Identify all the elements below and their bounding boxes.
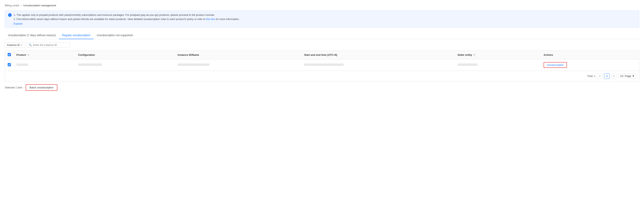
col-time-header: Start and end time (UTC+8): [302, 51, 455, 59]
page-size-arrow-icon: ▼: [632, 74, 634, 78]
col-seller-header: Seller entity ▽: [455, 51, 541, 59]
selected-label: Selected 1 item: [5, 86, 22, 89]
current-page-button[interactable]: 1: [604, 73, 610, 79]
info-icon: i: [8, 13, 12, 17]
row-checkbox[interactable]: [8, 63, 11, 66]
row-instance-cell: [175, 59, 302, 70]
col-config-header: Configuration: [75, 51, 175, 59]
tabs-container: Unsubscription (7 days without reason) R…: [5, 32, 639, 39]
this-doc-link[interactable]: this doc: [206, 18, 215, 20]
seller-skeleton: [458, 64, 477, 66]
instance-skeleton: [178, 64, 209, 66]
instance-id-dropdown[interactable]: Instance ID ▼: [5, 42, 25, 48]
col-product-header: Product ▽: [14, 51, 75, 59]
product-skeleton: [16, 64, 28, 66]
prev-page-button[interactable]: <: [597, 73, 602, 79]
row-config-cell: [75, 59, 175, 70]
table-wrapper: Product ▽ Configuration Instance ID/Name…: [5, 50, 639, 82]
info-box: i 1. This applies only to prepaid produc…: [5, 10, 639, 28]
batch-unsubscription-button[interactable]: Batch unsubscription: [26, 84, 58, 91]
row-actions-cell: Unsubscription: [541, 59, 639, 70]
tab-7days[interactable]: Unsubscription (7 days without reason): [5, 32, 59, 39]
info-line-2: 2. Full refund within seven days without…: [14, 17, 636, 21]
bottom-bar: Selected 1 item Batch unsubscription: [5, 82, 639, 91]
row-checkbox-cell: [5, 59, 14, 70]
info-content: 1. This applies only to prepaid products…: [14, 13, 636, 25]
total-label: Total: 1: [587, 74, 596, 78]
pagination-row: Total: 1 < 1 > 10 / Page ▼: [5, 71, 639, 81]
filter-row: Instance ID ▼ 🔍: [5, 42, 639, 48]
tab-regular[interactable]: Regular unsubscription: [59, 32, 94, 39]
search-input[interactable]: [33, 44, 68, 46]
next-page-button[interactable]: >: [611, 73, 617, 79]
row-time-cell: [302, 59, 455, 70]
breadcrumb-parent[interactable]: Billing center: [5, 4, 19, 7]
table-header-row: Product ▽ Configuration Instance ID/Name…: [5, 51, 639, 59]
main-table: Product ▽ Configuration Instance ID/Name…: [5, 51, 639, 71]
page-size-select[interactable]: 10 / Page ▼: [618, 74, 636, 78]
col-checkbox-header: [5, 51, 14, 59]
col-instance-header: Instance ID/Name: [175, 51, 302, 59]
col-actions-header: Actions: [541, 51, 639, 59]
config-skeleton: [78, 64, 102, 66]
row-seller-cell: [455, 59, 541, 70]
breadcrumb-current: Unsubscription management: [23, 4, 56, 7]
seller-filter-icon[interactable]: ▽: [474, 54, 475, 56]
search-box[interactable]: 🔍: [26, 42, 70, 48]
dropdown-arrow-icon: ▼: [21, 44, 23, 46]
row-product-cell: [14, 59, 75, 70]
expand-link[interactable]: Expand: [14, 22, 22, 25]
breadcrumb-separator: >: [20, 4, 22, 7]
product-filter-icon[interactable]: ▽: [28, 54, 29, 56]
unsubscription-button[interactable]: Unsubscription: [544, 62, 567, 68]
select-all-checkbox[interactable]: [8, 53, 11, 56]
table-row: Unsubscription: [5, 59, 639, 70]
tab-not-supported[interactable]: Unsubscription not supported: [94, 32, 136, 39]
breadcrumb: Billing center > Unsubscription manageme…: [5, 4, 639, 7]
info-line-1: 1. This applies only to prepaid products…: [14, 13, 636, 17]
search-icon: 🔍: [29, 44, 32, 46]
time-skeleton: [304, 64, 344, 66]
